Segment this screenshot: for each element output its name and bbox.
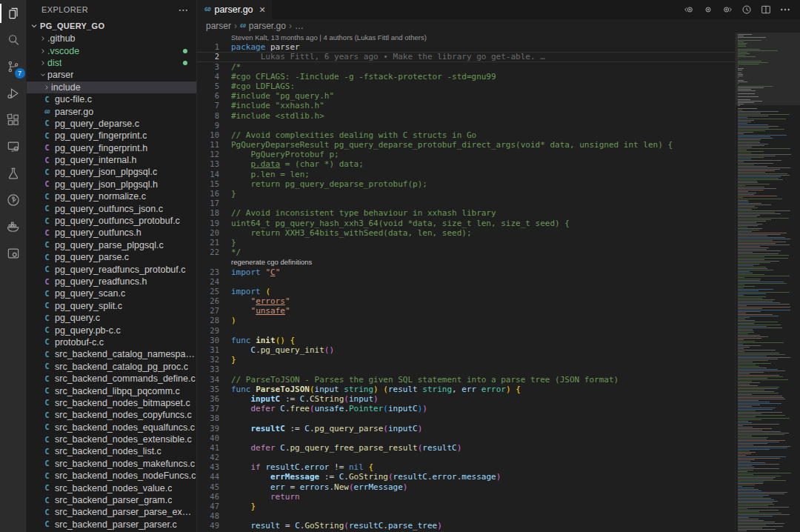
tree-file-pg_query_scan.c[interactable]: Cpg_query_scan.c (27, 287, 196, 299)
tree-file-src_backend_nodes_extensible.c[interactable]: Csrc_backend_nodes_extensible.c (27, 433, 196, 445)
code-line-10[interactable]: 10// Avoid complexities dealing with C s… (197, 130, 735, 140)
tree-file-protobuf-c.c[interactable]: Cprotobuf-c.c (27, 336, 196, 348)
code-line-9[interactable]: 9 (197, 121, 735, 130)
code-line-6[interactable]: 6#include "pg_query.h" (197, 91, 735, 101)
tree-file-src_backend_nodes_list.c[interactable]: Csrc_backend_nodes_list.c (27, 445, 196, 457)
run-and-debug-icon[interactable] (0, 80, 27, 107)
source-control-icon[interactable]: 7 (0, 53, 27, 80)
tab-close-icon[interactable]: ✕ (259, 5, 266, 15)
code-area[interactable]: Steven Kalt, 13 months ago | 4 authors (… (197, 33, 735, 532)
tree-file-pg_query_outfuncs.h[interactable]: Cpg_query_outfuncs.h (27, 227, 196, 239)
code-line-42[interactable]: 42 (197, 453, 735, 462)
code-line-11[interactable]: 11PgQueryDeparseResult pg_query_deparse_… (197, 140, 735, 150)
code-line-44[interactable]: 44 errMessage := C.GoString(resultC.erro… (197, 472, 735, 482)
tree-file-pg_query_parse.c[interactable]: Cpg_query_parse.c (27, 251, 196, 263)
tree-file-src_backend_catalog_pg_proc.c[interactable]: Csrc_backend_catalog_pg_proc.c (27, 361, 196, 373)
code-line-19[interactable]: 19uint64_t pg_query_hash_xxh3_64(void *d… (197, 219, 735, 228)
tree-folder-include[interactable]: include (27, 82, 196, 93)
tree-file-pg_query_json_plpgsql.h[interactable]: Cpg_query_json_plpgsql.h (27, 179, 196, 190)
tree-file-src_backend_catalog_namespace.c[interactable]: Csrc_backend_catalog_namespace.c (27, 348, 196, 360)
code-line-33[interactable]: 33 (197, 365, 735, 374)
code-line-34[interactable]: 34// ParseToJSON - Parses the given SQL … (197, 375, 735, 385)
code-line-4[interactable]: 4#cgo CFLAGS: -Iinclude -g -fstack-prote… (197, 72, 735, 82)
code-line-28[interactable]: 28) (197, 316, 735, 325)
code-line-32[interactable]: 32} (197, 355, 735, 365)
tree-file-src_backend_commands_define.c[interactable]: Csrc_backend_commands_define.c (27, 373, 196, 385)
code-line-14[interactable]: 14 p.len = len; (197, 170, 735, 179)
tree-file-pg_query_readfuncs_protobuf.c[interactable]: Cpg_query_readfuncs_protobuf.c (27, 263, 196, 275)
minimap[interactable] (735, 33, 800, 532)
tree-file-src_backend_parser_parser.c[interactable]: Csrc_backend_parser_parser.c (27, 519, 196, 531)
tab-parser-go[interactable]: GO parser.go ✕ (197, 0, 273, 19)
code-line-49[interactable]: 49 result = C.GoString(resultC.parse_tre… (197, 521, 735, 531)
tree-file-pg_query_fingerprint.h[interactable]: Cpg_query_fingerprint.h (27, 142, 196, 154)
code-line-36[interactable]: 36 inputC := C.CString(input) (197, 394, 735, 404)
code-line-5[interactable]: 5#cgo LDFLAGS: (197, 82, 735, 91)
code-line-13[interactable]: 13 p.data = (char *) data; (197, 159, 735, 169)
next-change-icon[interactable] (721, 4, 733, 16)
tree-file-pg_query_readfuncs.h[interactable]: Cpg_query_readfuncs.h (27, 276, 196, 287)
more-actions-icon[interactable] (779, 4, 791, 16)
tree-file-src_backend_nodes_value.c[interactable]: Csrc_backend_nodes_value.c (27, 482, 196, 493)
tree-file-src_backend_nodes_makefuncs.c[interactable]: Csrc_backend_nodes_makefuncs.c (27, 458, 196, 470)
code-line-12[interactable]: 12 PgQueryProtobuf p; (197, 150, 735, 159)
git-blame-annotation[interactable]: Steven Kalt, 13 months ago | 4 authors (… (197, 33, 735, 42)
tree-file-src_backend_nodes_equalfuncs.c[interactable]: Csrc_backend_nodes_equalfuncs.c (27, 422, 196, 433)
code-line-15[interactable]: 15 return pg_query_deparse_protobuf(p); (197, 179, 735, 189)
code-line-7[interactable]: 7#include "xxhash.h" (197, 101, 735, 110)
previous-change-icon[interactable] (683, 4, 695, 16)
project-manager-icon[interactable] (0, 240, 27, 267)
codelens-annotation[interactable]: regenerate cgo definitions (197, 257, 735, 267)
docker-icon[interactable] (0, 213, 27, 240)
code-line-43[interactable]: 43 if resultC.error != nil { (197, 462, 735, 472)
search-icon[interactable] (0, 27, 27, 53)
code-line-41[interactable]: 41 defer C.pg_query_free_parse_result(re… (197, 443, 735, 453)
code-line-17[interactable]: 17 (197, 199, 735, 208)
remote-explorer-icon[interactable] (0, 133, 27, 160)
tree-file-parser.go[interactable]: GOparser.go (27, 105, 196, 117)
tree-file-pg_query_split.c[interactable]: Cpg_query_split.c (27, 300, 196, 312)
project-root-row[interactable]: PG_QUERY_GO (27, 19, 196, 33)
breadcrumb-item-symbol[interactable]: … (295, 21, 304, 31)
code-line-35[interactable]: 35func ParseToJSON(input string) (result… (197, 385, 735, 394)
extensions-icon[interactable] (0, 107, 27, 133)
code-line-37[interactable]: 37 defer C.free(unsafe.Pointer(inputC)) (197, 404, 735, 413)
tree-file-guc-file.c[interactable]: Cguc-file.c (27, 93, 196, 105)
tree-file-pg_query_fingerprint.c[interactable]: Cpg_query_fingerprint.c (27, 130, 196, 142)
current-change-icon[interactable] (702, 4, 714, 16)
explorer-more-actions-icon[interactable]: ⋯ (179, 4, 189, 16)
tree-folder-.github[interactable]: .github (27, 33, 196, 44)
tree-file-pg_query_deparse.c[interactable]: Cpg_query_deparse.c (27, 118, 196, 130)
code-line-38[interactable]: 38 (197, 413, 735, 423)
code-line-3[interactable]: 3/* (197, 62, 735, 72)
tree-file-src_backend_parser_parse_expr.c[interactable]: Csrc_backend_parser_parse_expr.c (27, 506, 196, 518)
tree-file-src_backend_parser_gram.c[interactable]: Csrc_backend_parser_gram.c (27, 494, 196, 506)
breadcrumb-item-file[interactable]: parser.go (249, 21, 286, 31)
tree-file-pg_query.pb-c.c[interactable]: Cpg_query.pb-c.c (27, 324, 196, 336)
explorer-icon[interactable] (0, 0, 27, 27)
tree-folder-parser[interactable]: parser (27, 69, 196, 81)
breadcrumb-item-parser[interactable]: parser (206, 21, 231, 31)
code-line-18[interactable]: 18// Avoid inconsistent type behaviour i… (197, 208, 735, 218)
code-line-47[interactable]: 47 } (197, 502, 735, 511)
tree-file-src_backend_nodes_bitmapset.c[interactable]: Csrc_backend_nodes_bitmapset.c (27, 397, 196, 409)
tree-folder-dist[interactable]: dist (27, 57, 196, 69)
code-line-25[interactable]: 25import ( (197, 287, 735, 296)
code-line-31[interactable]: 31 C.pg_query_init() (197, 345, 735, 355)
tree-file-src_backend_nodes_nodeFuncs.c[interactable]: Csrc_backend_nodes_nodeFuncs.c (27, 470, 196, 482)
code-line-30[interactable]: 30func init() { (197, 336, 735, 345)
code-line-24[interactable]: 24 (197, 277, 735, 287)
gitlens-icon[interactable] (0, 187, 27, 213)
code-line-48[interactable]: 48 (197, 511, 735, 521)
code-line-8[interactable]: 8#include <stdlib.h> (197, 111, 735, 121)
code-line-45[interactable]: 45 err = errors.New(errMessage) (197, 482, 735, 492)
code-line-26[interactable]: 26 "errors" (197, 296, 735, 306)
testing-icon[interactable] (0, 160, 27, 187)
code-line-39[interactable]: 39 resultC := C.pg_query_parse(inputC) (197, 424, 735, 433)
code-line-22[interactable]: 22*/ (197, 247, 735, 257)
tree-file-src_backend_nodes_copyfuncs.c[interactable]: Csrc_backend_nodes_copyfuncs.c (27, 409, 196, 421)
file-blame-clock-icon[interactable] (741, 4, 753, 16)
tree-file-pg_query_json_plpgsql.c[interactable]: Cpg_query_json_plpgsql.c (27, 166, 196, 178)
code-line-21[interactable]: 21} (197, 238, 735, 247)
tree-file-src_backend_libpq_pqcomm.c[interactable]: Csrc_backend_libpq_pqcomm.c (27, 385, 196, 396)
